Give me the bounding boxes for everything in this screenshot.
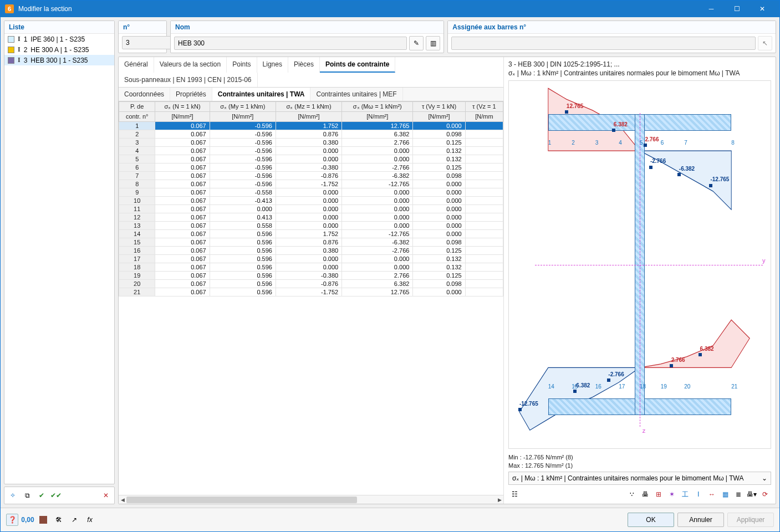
list-item[interactable]: I 3 HEB 300 | 1 - S235 <box>4 55 114 65</box>
cell[interactable] <box>465 197 503 205</box>
stress-table[interactable]: P. deσₓ (N = 1 kN)σₓ (My = 1 kNm)σₓ (Mz … <box>119 101 503 296</box>
cell[interactable]: 0.125 <box>413 272 465 280</box>
tab[interactable]: Général <box>119 57 154 73</box>
cell[interactable] <box>465 272 503 280</box>
section-outline-button[interactable]: Ⅰ <box>692 488 705 500</box>
help-button[interactable]: ❓ <box>6 514 18 526</box>
cell[interactable]: 0.067 <box>155 188 210 197</box>
cell[interactable]: 0.000 <box>342 205 413 213</box>
cell[interactable]: -0.380 <box>276 272 341 280</box>
cell[interactable]: 0.000 <box>413 122 465 130</box>
check-all-button[interactable]: ✔✔ <box>50 489 62 502</box>
cell[interactable]: 0.000 <box>413 205 465 213</box>
cell[interactable]: -0.596 <box>210 163 276 172</box>
cell[interactable]: 0.000 <box>210 205 276 213</box>
cell[interactable]: -0.596 <box>210 155 276 163</box>
section-solid-button[interactable]: 工 <box>679 488 691 500</box>
cell[interactable]: 0.067 <box>155 155 210 163</box>
cell[interactable]: -12.765 <box>342 180 413 188</box>
tab[interactable]: Valeurs de la section <box>154 57 227 73</box>
col-header[interactable]: σₓ (N = 1 kN) <box>155 102 210 112</box>
section-graphic[interactable]: y z 12345678141516171819202112.7656.3822… <box>508 80 771 449</box>
cell[interactable]: -0.380 <box>276 163 341 172</box>
cell[interactable]: 0.876 <box>276 130 341 139</box>
cell[interactable]: 6.382 <box>342 130 413 139</box>
print-dropdown-button[interactable]: 🖶▾ <box>746 488 758 500</box>
assigned-bars-input[interactable] <box>451 37 756 50</box>
cell[interactable]: 0.000 <box>342 188 413 197</box>
cancel-button[interactable]: Annuler <box>677 513 724 527</box>
cell[interactable]: 0.000 <box>276 255 341 263</box>
cell[interactable]: 0.000 <box>413 197 465 205</box>
cell[interactable]: -6.382 <box>342 172 413 180</box>
col-header[interactable]: σₓ (Mω = 1 kNm²) <box>342 102 413 112</box>
cell[interactable]: -6.382 <box>342 238 413 247</box>
list-item[interactable]: I 2 HE 300 A | 1 - S235 <box>4 44 114 55</box>
cell[interactable]: 0.132 <box>413 155 465 163</box>
cell[interactable]: 0.098 <box>413 280 465 288</box>
cell[interactable] <box>465 147 503 155</box>
axes-button[interactable]: ⊞ <box>652 488 665 500</box>
cell[interactable] <box>465 172 503 180</box>
cell[interactable]: 0.067 <box>155 255 210 263</box>
horizontal-scrollbar[interactable]: ◀ ▶ <box>119 495 503 504</box>
cell[interactable]: 0.098 <box>413 172 465 180</box>
table-row[interactable]: 100.067-0.4130.0000.0000.000 <box>119 197 503 205</box>
cell[interactable]: -0.596 <box>210 130 276 139</box>
cell[interactable]: 0.000 <box>342 197 413 205</box>
col-header[interactable]: P. de <box>119 102 155 112</box>
cell[interactable]: 0.000 <box>276 222 341 230</box>
cell[interactable]: -0.413 <box>210 197 276 205</box>
cell[interactable] <box>465 238 503 247</box>
cell[interactable]: 12.765 <box>342 288 413 296</box>
cell[interactable]: 0.132 <box>413 147 465 155</box>
cell[interactable]: 0.000 <box>342 255 413 263</box>
cell[interactable] <box>465 188 503 197</box>
scroll-thumb[interactable] <box>126 497 357 503</box>
cell[interactable]: 0.125 <box>413 163 465 172</box>
cell[interactable]: 0.596 <box>210 238 276 247</box>
subtab[interactable]: Contraintes unitaires | MEF <box>310 88 402 101</box>
color-button[interactable] <box>37 514 49 526</box>
cell[interactable]: 0.876 <box>276 238 341 247</box>
check-button[interactable]: ✔ <box>35 489 48 502</box>
cell[interactable]: 0.067 <box>155 197 210 205</box>
table-row[interactable]: 60.067-0.596-0.380-2.7660.125 <box>119 163 503 172</box>
cell[interactable] <box>465 180 503 188</box>
cell[interactable]: -0.558 <box>210 188 276 197</box>
cell[interactable]: 0.000 <box>413 288 465 296</box>
cell[interactable] <box>465 280 503 288</box>
cell[interactable]: 0.132 <box>413 255 465 263</box>
cell[interactable]: 0.000 <box>342 155 413 163</box>
cell[interactable]: 1.752 <box>276 230 341 238</box>
cell[interactable]: 12.765 <box>342 122 413 130</box>
cell[interactable]: 0.000 <box>342 222 413 230</box>
cell[interactable]: -0.876 <box>276 172 341 180</box>
cell[interactable] <box>465 205 503 213</box>
cell[interactable] <box>465 139 503 147</box>
cell[interactable]: 0.067 <box>155 230 210 238</box>
cell[interactable]: 0.067 <box>155 147 210 155</box>
cell[interactable]: 0.067 <box>155 213 210 222</box>
subtab[interactable]: Coordonnées <box>119 88 170 101</box>
values-toggle-button[interactable]: ∵ <box>626 488 638 500</box>
delete-section-button[interactable]: ✕ <box>100 489 112 502</box>
cell[interactable]: 1.752 <box>276 122 341 130</box>
tab[interactable]: Pièces <box>288 57 320 73</box>
table-row[interactable]: 90.067-0.5580.0000.0000.000 <box>119 188 503 197</box>
model-button[interactable]: 🛠 <box>53 514 65 526</box>
cell[interactable]: 0.000 <box>413 222 465 230</box>
function-button[interactable]: fx <box>84 514 96 526</box>
table-row[interactable]: 80.067-0.596-1.752-12.7650.000 <box>119 180 503 188</box>
cell[interactable] <box>465 163 503 172</box>
cell[interactable]: 0.000 <box>276 155 341 163</box>
table-row[interactable]: 120.0670.4130.0000.0000.000 <box>119 213 503 222</box>
cell[interactable]: 0.558 <box>210 222 276 230</box>
col-header[interactable]: σₓ (My = 1 kNm) <box>210 102 276 112</box>
cell[interactable]: 6.382 <box>342 280 413 288</box>
cell[interactable]: 0.596 <box>210 288 276 296</box>
subtab[interactable]: Propriétés <box>170 88 212 101</box>
cell[interactable]: 0.000 <box>276 188 341 197</box>
cell[interactable] <box>465 155 503 163</box>
cell[interactable] <box>465 247 503 255</box>
